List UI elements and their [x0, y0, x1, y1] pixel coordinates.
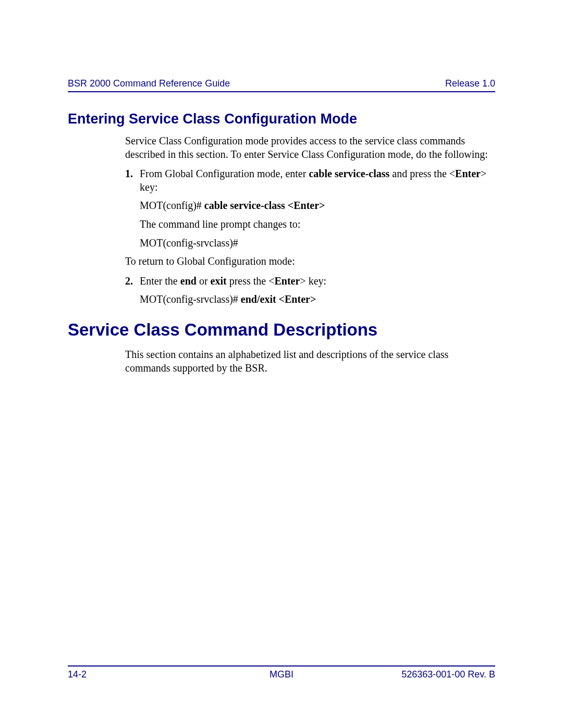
- return-note: To return to Global Configuration mode:: [125, 255, 495, 268]
- section2-intro: This section contains an alphabetized li…: [125, 348, 495, 375]
- step-1-bold-cmd: cable service-class: [309, 168, 389, 179]
- header-left: BSR 2000 Command Reference Guide: [68, 78, 230, 89]
- step-2-bold-enter: Enter: [274, 275, 300, 287]
- footer-left: 14-2: [68, 669, 87, 680]
- footer-right: 526363-001-00 Rev. B: [401, 669, 495, 680]
- cmd2-bold: end/exit <Enter>: [241, 293, 316, 305]
- new-prompt: MOT(config-srvclass)#: [140, 237, 495, 250]
- cmd2-prompt: MOT(config-srvclass)#: [140, 293, 241, 305]
- step-2-pre: Enter the: [140, 275, 180, 287]
- footer-center: MGBI: [270, 669, 293, 680]
- section2-body: This section contains an alphabetized li…: [125, 348, 495, 375]
- step-2-mid2: press the <: [227, 275, 275, 287]
- intro-paragraph: Service Class Configuration mode provide…: [125, 134, 495, 161]
- command-line-2: MOT(config-srvclass)# end/exit <Enter>: [140, 293, 495, 306]
- step-1-number: 1.: [125, 167, 140, 194]
- document-page: BSR 2000 Command Reference Guide Release…: [0, 0, 563, 728]
- command-line-1: MOT(config)# cable service-class <Enter>: [140, 199, 495, 213]
- step-2-number: 2.: [125, 275, 140, 288]
- step-2-text: Enter the end or exit press the <Enter> …: [140, 275, 495, 288]
- page-footer: 14-2 MGBI 526363-001-00 Rev. B: [68, 665, 495, 680]
- cmd1-bold: cable service-class <Enter>: [204, 200, 325, 211]
- section1-body: Service Class Configuration mode provide…: [125, 134, 495, 306]
- step-1: 1. From Global Configuration mode, enter…: [125, 167, 495, 194]
- prompt-change-note: The command line prompt changes to:: [140, 218, 495, 231]
- header-right: Release 1.0: [445, 78, 495, 89]
- step-1-pre: From Global Configuration mode, enter: [140, 168, 309, 179]
- step-2-bold-end: end: [180, 275, 197, 287]
- section-heading-entering-mode: Entering Service Class Configuration Mod…: [68, 111, 495, 127]
- step-1-bold-enter: Enter: [455, 168, 481, 179]
- step-2-mid1: or: [197, 275, 211, 287]
- section-heading-command-descriptions: Service Class Command Descriptions: [68, 320, 495, 340]
- step-2: 2. Enter the end or exit press the <Ente…: [125, 275, 495, 288]
- step-1-text: From Global Configuration mode, enter ca…: [140, 167, 495, 194]
- page-header: BSR 2000 Command Reference Guide Release…: [68, 78, 495, 92]
- step-2-bold-exit: exit: [211, 275, 227, 287]
- step-2-post: > key:: [300, 275, 326, 287]
- step-1-mid: and press the <: [389, 168, 455, 179]
- cmd1-prompt: MOT(config)#: [140, 200, 204, 211]
